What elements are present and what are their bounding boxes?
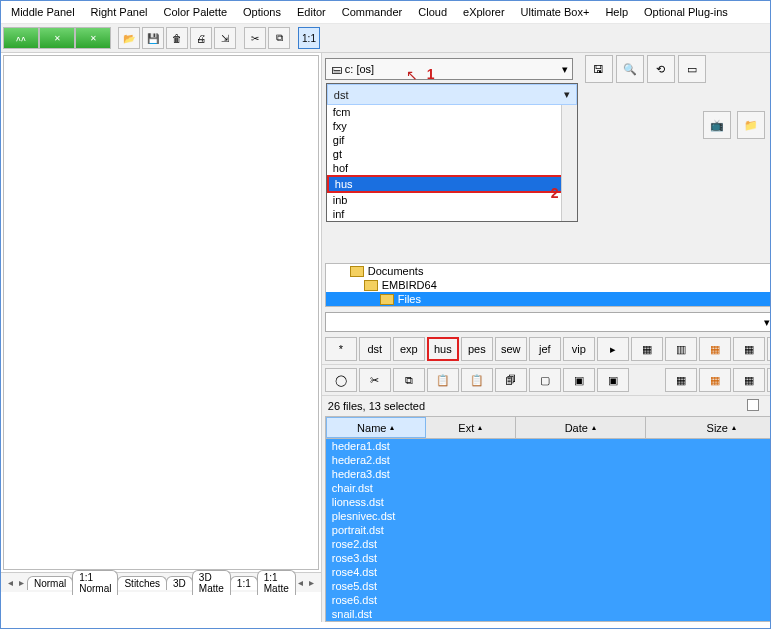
file-row[interactable]: rose2.dst	[326, 537, 771, 551]
save-icon[interactable]: 💾	[142, 27, 164, 49]
file-row[interactable]: snowdrop.dst	[326, 621, 771, 622]
cut-icon[interactable]: ✂	[244, 27, 266, 49]
file-row[interactable]: rose4.dst	[326, 565, 771, 579]
cut-icon[interactable]: ✂	[359, 368, 391, 392]
menu-editor[interactable]: Editor	[289, 4, 334, 20]
paste-icon[interactable]: 📋	[427, 368, 459, 392]
file-row[interactable]: hedera2.dst	[326, 453, 771, 467]
dropdown-item[interactable]: inb	[327, 193, 577, 207]
view-icon-1[interactable]: ▦	[631, 337, 663, 361]
column-date[interactable]: Date▴	[516, 417, 646, 438]
menu-middle-panel[interactable]: Middle Panel	[3, 4, 83, 20]
filter-vip[interactable]: vip	[563, 337, 595, 361]
filter-exp[interactable]: exp	[393, 337, 425, 361]
tab-scroll-right2[interactable]: ▸	[306, 577, 317, 588]
file-row[interactable]: snail.dst	[326, 607, 771, 621]
menu-cloud[interactable]: Cloud	[410, 4, 455, 20]
file-row[interactable]: hedera1.dst	[326, 439, 771, 453]
menu-ultimate-box[interactable]: Ultimate Box+	[513, 4, 598, 20]
stitch-tool-3[interactable]: ✕	[75, 27, 111, 49]
print-icon[interactable]: 🖨	[190, 27, 212, 49]
menu-help[interactable]: Help	[597, 4, 636, 20]
menu-options[interactable]: Options	[235, 4, 289, 20]
clipboard-icon[interactable]: 📋	[461, 368, 493, 392]
filter-pes[interactable]: pes	[461, 337, 493, 361]
file-row[interactable]: chair.dst	[326, 481, 771, 495]
file-row[interactable]: rose5.dst	[326, 579, 771, 593]
grid-icon-4[interactable]: ▦	[767, 368, 771, 392]
view-icon-3[interactable]: ▦	[699, 337, 731, 361]
grid-icon-3[interactable]: ▦	[733, 368, 765, 392]
checkbox-1[interactable]	[747, 399, 759, 411]
shape-icon[interactable]: ◯	[325, 368, 357, 392]
tab-stitches[interactable]: Stitches	[117, 576, 167, 590]
filter-sew[interactable]: sew	[495, 337, 527, 361]
menu-color-palette[interactable]: Color Palette	[155, 4, 235, 20]
stitch-tool-2[interactable]: ✕	[39, 27, 75, 49]
filter-all[interactable]: *	[325, 337, 357, 361]
file-row[interactable]: rose6.dst	[326, 593, 771, 607]
view-icon-5[interactable]: ▦	[767, 337, 771, 361]
view-icon-2[interactable]: ▥	[665, 337, 697, 361]
delete-icon[interactable]: 🗑	[166, 27, 188, 49]
dropdown-item[interactable]: hof	[327, 161, 577, 175]
file-row[interactable]: portrait.dst	[326, 523, 771, 537]
menu-optional-plugins[interactable]: Optional Plug-ins	[636, 4, 736, 20]
dropdown-item-highlighted[interactable]: hus	[327, 175, 577, 193]
view-icon-4[interactable]: ▦	[733, 337, 765, 361]
tab-normal[interactable]: Normal	[27, 576, 73, 590]
tree-node-files[interactable]: Files	[326, 292, 771, 306]
grid-icon-1[interactable]: ▦	[665, 368, 697, 392]
search-button[interactable]: 🔍	[616, 55, 644, 83]
device-button[interactable]: 📺	[703, 111, 731, 139]
filter-dst[interactable]: dst	[359, 337, 391, 361]
menu-right-panel[interactable]: Right Panel	[83, 4, 156, 20]
file-list[interactable]: hedera1.dst hedera2.dst hedera3.dst chai…	[325, 439, 771, 622]
multi-copy-icon[interactable]: 🗐	[495, 368, 527, 392]
window-icon[interactable]: ▢	[529, 368, 561, 392]
tab-scroll-right[interactable]: ▸	[16, 577, 27, 588]
card-button[interactable]: ▭	[678, 55, 706, 83]
tree-node-embird[interactable]: EMBIRD64	[326, 278, 771, 292]
file-row[interactable]: hedera3.dst	[326, 467, 771, 481]
dropdown-item[interactable]: gif	[327, 133, 577, 147]
refresh-button[interactable]: ⟲	[647, 55, 675, 83]
path-combo[interactable]: ▾	[325, 312, 771, 332]
drive-combo[interactable]: 🖴 c: [os] ▾	[325, 58, 573, 80]
disk-button[interactable]: 🖫	[585, 55, 613, 83]
filter-hus[interactable]: hus	[427, 337, 459, 361]
file-row[interactable]: rose3.dst	[326, 551, 771, 565]
filter-jef[interactable]: jef	[529, 337, 561, 361]
tab-scroll-left[interactable]: ◂	[5, 577, 16, 588]
file-row[interactable]: lioness.dst	[326, 495, 771, 509]
column-size[interactable]: Size▴	[646, 417, 771, 438]
dropdown-selected[interactable]: dst ▾	[327, 84, 577, 105]
folder-tree[interactable]: Documents EMBIRD64 Files	[325, 263, 771, 307]
export-icon[interactable]: ⇲	[214, 27, 236, 49]
zoom-1to1-button[interactable]: 1:1	[298, 27, 320, 49]
dropdown-item[interactable]: fcm	[327, 105, 577, 119]
dropdown-item[interactable]: gt	[327, 147, 577, 161]
tab-scroll-left2[interactable]: ◂	[295, 577, 306, 588]
windows-icon[interactable]: ▣	[563, 368, 595, 392]
column-name[interactable]: Name▴	[326, 417, 426, 438]
copy-icon[interactable]: ⧉	[268, 27, 290, 49]
tab-3d[interactable]: 3D	[166, 576, 193, 590]
copy-icon[interactable]: ⧉	[393, 368, 425, 392]
dropdown-scrollbar[interactable]	[561, 105, 577, 221]
dropdown-item[interactable]: fxy	[327, 119, 577, 133]
filter-more[interactable]: ▸	[597, 337, 629, 361]
folder-button[interactable]: 📁	[737, 111, 765, 139]
grid-icon-2[interactable]: ▦	[699, 368, 731, 392]
stack-icon[interactable]: ▣	[597, 368, 629, 392]
file-row[interactable]: plesnivec.dst	[326, 509, 771, 523]
open-icon[interactable]: 📂	[118, 27, 140, 49]
tab-1to1[interactable]: 1:1	[230, 576, 258, 590]
menu-commander[interactable]: Commander	[334, 4, 411, 20]
menu-explorer[interactable]: eXplorer	[455, 4, 513, 20]
dropdown-item[interactable]: inf	[327, 207, 577, 221]
tree-node-documents[interactable]: Documents	[326, 264, 771, 278]
filetype-dropdown[interactable]: dst ▾ fcm fxy gif gt hof hus inb inf	[326, 83, 578, 222]
column-ext[interactable]: Ext▴	[426, 417, 516, 438]
stitch-tool-1[interactable]: ᴧᴧ	[3, 27, 39, 49]
